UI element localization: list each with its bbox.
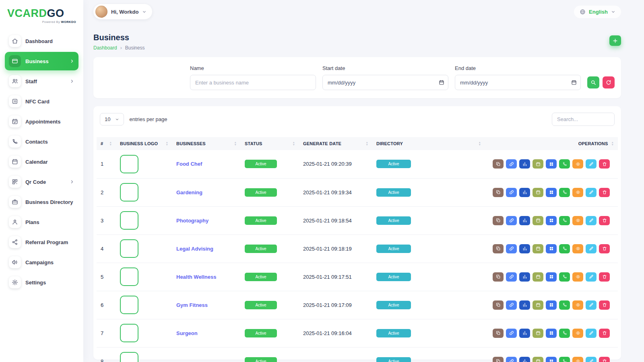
qr-grid-button[interactable] xyxy=(546,357,557,362)
column-header[interactable]: Generate Date ▲▼ xyxy=(299,137,372,150)
sidebar-item[interactable]: NFC Card xyxy=(5,92,78,111)
qr-grid-button[interactable] xyxy=(546,244,557,253)
copy-button[interactable] xyxy=(493,244,504,253)
analytics-button[interactable] xyxy=(519,272,530,282)
view-button[interactable] xyxy=(572,159,583,169)
appointments-button[interactable] xyxy=(533,188,543,197)
appointments-button[interactable] xyxy=(533,159,543,169)
edit-button[interactable] xyxy=(586,244,597,253)
qr-grid-button[interactable] xyxy=(546,272,557,282)
delete-button[interactable] xyxy=(599,216,610,225)
contacts-button[interactable] xyxy=(559,272,570,282)
copy-button[interactable] xyxy=(493,159,504,169)
delete-button[interactable] xyxy=(599,244,610,253)
column-header[interactable]: Directory ▲▼ xyxy=(372,137,485,150)
link-button[interactable] xyxy=(506,357,517,362)
link-button[interactable] xyxy=(506,300,517,310)
column-header[interactable]: Status ▲▼ xyxy=(241,137,299,150)
column-header[interactable]: Businesses ▲▼ xyxy=(172,137,241,150)
filter-search-button[interactable] xyxy=(587,76,599,88)
contacts-button[interactable] xyxy=(559,216,570,225)
appointments-button[interactable] xyxy=(533,216,543,225)
name-filter-input[interactable] xyxy=(190,75,316,90)
view-button[interactable] xyxy=(572,357,583,362)
edit-button[interactable] xyxy=(586,216,597,225)
sidebar-item[interactable]: Appointments xyxy=(5,112,78,131)
column-header[interactable]: # ▲▼ xyxy=(97,137,116,150)
contacts-button[interactable] xyxy=(559,188,570,197)
edit-button[interactable] xyxy=(586,188,597,197)
analytics-button[interactable] xyxy=(519,159,530,169)
qr-grid-button[interactable] xyxy=(546,188,557,197)
business-name-link[interactable]: Gardening xyxy=(176,189,202,195)
sidebar-item[interactable]: Calendar xyxy=(5,152,78,171)
analytics-button[interactable] xyxy=(519,188,530,197)
business-name-link[interactable]: Legal Advising xyxy=(176,246,213,252)
business-name-link[interactable]: Health Wellness xyxy=(176,274,216,280)
copy-button[interactable] xyxy=(493,188,504,197)
contacts-button[interactable] xyxy=(559,357,570,362)
appointments-button[interactable] xyxy=(533,329,543,338)
copy-button[interactable] xyxy=(493,329,504,338)
delete-button[interactable] xyxy=(599,357,610,362)
sidebar-item[interactable]: Settings xyxy=(5,273,78,292)
qr-grid-button[interactable] xyxy=(546,329,557,338)
business-name-link[interactable]: Gym Fitness xyxy=(176,302,208,308)
delete-button[interactable] xyxy=(599,272,610,282)
view-button[interactable] xyxy=(572,216,583,225)
sidebar-item[interactable]: Dashboard xyxy=(5,32,78,50)
add-business-button[interactable] xyxy=(609,35,621,46)
business-name-link[interactable]: Photography xyxy=(176,218,208,224)
column-header[interactable]: Business Logo ▲▼ xyxy=(116,137,172,150)
filter-reset-button[interactable] xyxy=(603,76,615,88)
copy-button[interactable] xyxy=(493,216,504,225)
contacts-button[interactable] xyxy=(559,159,570,169)
analytics-button[interactable] xyxy=(519,300,530,310)
appointments-button[interactable] xyxy=(533,300,543,310)
link-button[interactable] xyxy=(506,329,517,338)
edit-button[interactable] xyxy=(586,329,597,338)
business-name-link[interactable]: Surgeon xyxy=(176,330,198,336)
language-selector[interactable]: English xyxy=(574,6,621,18)
qr-grid-button[interactable] xyxy=(546,216,557,225)
analytics-button[interactable] xyxy=(519,216,530,225)
link-button[interactable] xyxy=(506,188,517,197)
copy-button[interactable] xyxy=(493,272,504,282)
link-button[interactable] xyxy=(506,216,517,225)
link-button[interactable] xyxy=(506,159,517,169)
view-button[interactable] xyxy=(572,300,583,310)
qr-grid-button[interactable] xyxy=(546,300,557,310)
edit-button[interactable] xyxy=(586,159,597,169)
view-button[interactable] xyxy=(572,329,583,338)
sidebar-item[interactable]: Business Directory xyxy=(5,193,78,211)
edit-button[interactable] xyxy=(586,272,597,282)
sidebar-item[interactable]: Staff xyxy=(5,72,78,90)
copy-button[interactable] xyxy=(493,300,504,310)
link-button[interactable] xyxy=(506,272,517,282)
start-date-input[interactable] xyxy=(322,75,448,90)
table-search-input[interactable] xyxy=(552,113,615,126)
edit-button[interactable] xyxy=(586,300,597,310)
sidebar-item[interactable]: Contacts xyxy=(5,132,78,151)
appointments-button[interactable] xyxy=(533,272,543,282)
view-button[interactable] xyxy=(572,244,583,253)
edit-button[interactable] xyxy=(586,357,597,362)
contacts-button[interactable] xyxy=(559,329,570,338)
business-name-link[interactable]: Food Chef xyxy=(176,161,202,167)
delete-button[interactable] xyxy=(599,300,610,310)
user-menu[interactable]: Hi, Workdo xyxy=(93,4,152,19)
qr-grid-button[interactable] xyxy=(546,159,557,169)
view-button[interactable] xyxy=(572,188,583,197)
appointments-button[interactable] xyxy=(533,244,543,253)
column-header[interactable]: Operations ▲▼ xyxy=(485,137,618,150)
analytics-button[interactable] xyxy=(519,244,530,253)
sidebar-item[interactable]: Business xyxy=(5,52,78,70)
entries-per-page-select[interactable]: 10 xyxy=(100,113,124,125)
contacts-button[interactable] xyxy=(559,244,570,253)
delete-button[interactable] xyxy=(599,329,610,338)
copy-button[interactable] xyxy=(493,357,504,362)
sidebar-item[interactable]: Referral Program xyxy=(5,233,78,251)
analytics-button[interactable] xyxy=(519,329,530,338)
analytics-button[interactable] xyxy=(519,357,530,362)
sidebar-item[interactable]: Campaigns xyxy=(5,253,78,272)
